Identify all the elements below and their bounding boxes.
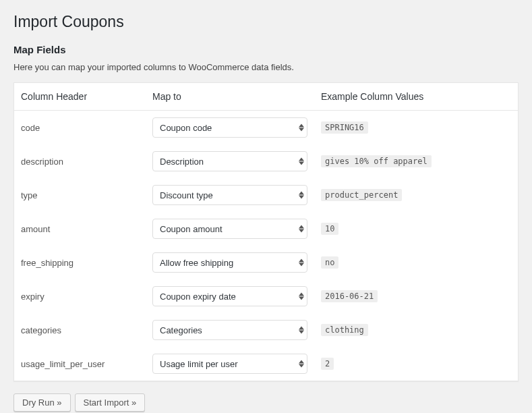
table-row: categories Categories clothing <box>14 313 518 347</box>
column-name: expiry <box>14 279 146 313</box>
example-value: 10 <box>321 223 338 235</box>
mapto-select[interactable]: Coupon expiry date <box>152 286 307 306</box>
mapto-select[interactable]: Coupon amount <box>152 219 307 239</box>
mapto-select[interactable]: Allow free shipping <box>152 252 307 273</box>
start-import-button[interactable]: Start Import » <box>75 393 146 412</box>
table-row: description Description gives 10% off ap… <box>14 144 518 178</box>
action-buttons: Dry Run » Start Import » <box>13 393 519 412</box>
mapping-table: Column Header Map to Example Column Valu… <box>14 83 518 381</box>
mapto-select[interactable]: Usage limit per user <box>152 354 307 374</box>
column-name: usage_limit_per_user <box>14 347 146 381</box>
example-value: SPRING16 <box>321 121 368 134</box>
page-title: Import Coupons <box>13 7 519 34</box>
table-row: usage_limit_per_user Usage limit per use… <box>14 347 518 381</box>
column-name: description <box>14 144 146 178</box>
page-subtitle: Map Fields <box>13 44 519 55</box>
example-value: 2 <box>321 358 334 370</box>
column-name: free_shipping <box>14 246 146 279</box>
header-example: Example Column Values <box>314 83 518 111</box>
example-value: 2016-06-21 <box>321 290 378 302</box>
header-column: Column Header <box>14 83 146 111</box>
mapto-select[interactable]: Categories <box>152 320 307 340</box>
table-row: free_shipping Allow free shipping no <box>14 246 518 279</box>
example-value: gives 10% off apparel <box>321 155 432 167</box>
example-value: clothing <box>321 324 368 336</box>
example-value: no <box>321 256 338 269</box>
table-row: type Discount type product_percent <box>14 178 518 212</box>
header-mapto: Map to <box>146 83 314 111</box>
dry-run-button[interactable]: Dry Run » <box>13 393 71 412</box>
mapto-select[interactable]: Description <box>152 151 307 171</box>
mapto-select[interactable]: Discount type <box>152 185 307 205</box>
column-name: amount <box>14 212 146 246</box>
example-value: product_percent <box>321 189 402 201</box>
column-name: code <box>14 111 146 145</box>
table-row: amount Coupon amount 10 <box>14 212 518 246</box>
table-row: expiry Coupon expiry date 2016-06-21 <box>14 279 518 313</box>
table-row: code Coupon code SPRING16 <box>14 111 518 145</box>
column-name: type <box>14 178 146 212</box>
column-name: categories <box>14 313 146 347</box>
page-description: Here you can map your imported columns t… <box>13 62 519 72</box>
mapping-panel: Column Header Map to Example Column Valu… <box>13 82 519 381</box>
mapto-select[interactable]: Coupon code <box>152 117 307 138</box>
